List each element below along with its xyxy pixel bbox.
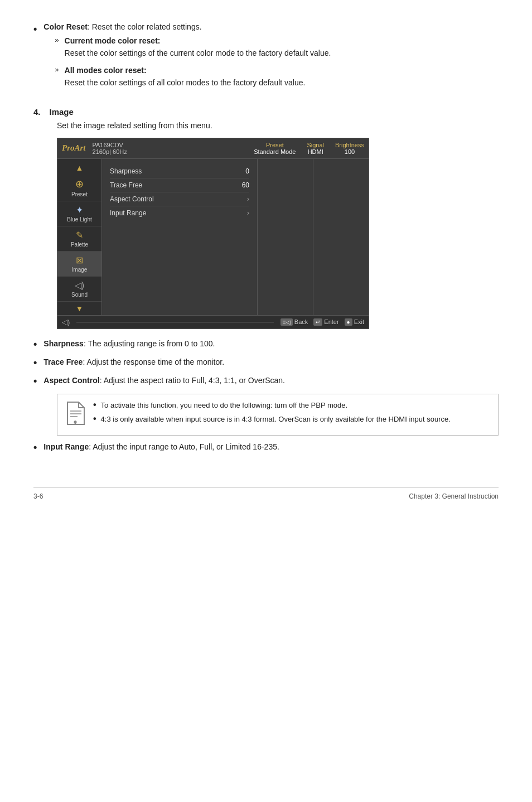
osd-exit-button[interactable]: ● Exit	[345, 318, 364, 326]
menu-item-sharpness: Sharpness 0	[110, 165, 249, 178]
osd-signal-header: Signal HDMI	[307, 142, 324, 155]
osd-enter-button[interactable]: ↵ Enter	[313, 318, 338, 326]
osd-footer: ◁) ≡◁ Back ↵ Enter ● Exit	[57, 315, 369, 328]
page-footer: 3-6 Chapter 3: General Instruction	[33, 487, 499, 500]
menu-item-inputrange-label: Input Range	[110, 209, 243, 217]
tracefree-dot: •	[33, 356, 37, 369]
note-box: • To activate this function, you need to…	[57, 394, 499, 436]
menu-item-aspectcontrol: Aspect Control ›	[110, 192, 249, 206]
color-reset-label: Color Reset: Reset the color related set…	[43, 22, 201, 31]
sidebar-item-sound[interactable]: ◁) Sound	[57, 277, 101, 302]
sound-icon: ◁)	[75, 280, 84, 291]
osd-right-panel2	[313, 159, 369, 315]
enter-icon: ↵	[313, 318, 322, 326]
menu-item-inputrange-arrow: ›	[247, 209, 249, 217]
osd-back-button[interactable]: ≡◁ Back	[280, 318, 308, 326]
osd-header-right: Preset Standard Mode Signal HDMI Brightn…	[254, 142, 364, 155]
osd-display: ProArt PA169CDV 2160p| 60Hz Preset Stand…	[57, 138, 369, 329]
bullet-dot: •	[33, 22, 37, 36]
back-icon: ≡◁	[280, 318, 293, 326]
exit-label: Exit	[354, 318, 364, 325]
sidebar-label-palette: Palette	[71, 241, 88, 248]
note-dot-2: •	[93, 414, 96, 424]
osd-body: ▲ ⊕ Preset ✦ Blue Light ✎ Palette ⊠ Imag…	[57, 159, 369, 315]
sidebar-item-image[interactable]: ⊠ Image	[57, 252, 101, 277]
osd-footer-sound-icon: ◁)	[62, 318, 70, 326]
tracefree-text: Trace Free: Adjust the response time of …	[43, 356, 224, 368]
sharpness-bullet: • Sharpness: The adjusting range is from…	[33, 338, 499, 351]
section-title: Image	[50, 107, 74, 117]
note-icon	[65, 401, 85, 429]
sub-bullet-1: »	[55, 35, 59, 46]
sub-list: » Current mode color reset: Reset the co…	[55, 35, 499, 89]
osd-arrow-down[interactable]: ▼	[74, 302, 86, 315]
section-number: 4.	[33, 107, 41, 117]
section-heading: 4. Image	[33, 107, 499, 117]
menu-item-tracefree: Trace Free 60	[110, 178, 249, 192]
preset-icon: ⊕	[75, 178, 84, 190]
osd-logo: ProArt	[62, 143, 86, 153]
after-bullets: • Sharpness: The adjusting range is from…	[33, 338, 499, 388]
palette-icon: ✎	[76, 230, 83, 240]
enter-label: Enter	[324, 318, 338, 325]
menu-item-aspectcontrol-arrow: ›	[247, 195, 249, 203]
osd-footer-line	[76, 322, 274, 322]
note-bullets: • To activate this function, you need to…	[93, 400, 490, 425]
sharpness-text: Sharpness: The adjusting range is from 0…	[43, 338, 215, 350]
osd-brightness-header: Brightness 100	[335, 142, 364, 155]
bullet-content: Color Reset: Reset the color related set…	[43, 22, 499, 94]
sub-content-2: All modes color reset: Reset the color s…	[65, 64, 306, 89]
color-reset-bullet: • Color Reset: Reset the color related s…	[33, 22, 499, 94]
osd-right-panel1	[257, 159, 313, 315]
menu-item-tracefree-value: 60	[233, 181, 249, 189]
aspectcontrol-text: Aspect Control: Adjust the aspect ratio …	[43, 375, 285, 386]
sub-item-current: » Current mode color reset: Reset the co…	[55, 35, 499, 60]
osd-sidebar: ▲ ⊕ Preset ✦ Blue Light ✎ Palette ⊠ Imag…	[57, 159, 102, 315]
osd-arrow-up[interactable]: ▲	[74, 161, 86, 175]
sidebar-label-sound: Sound	[71, 292, 88, 298]
tracefree-bullet: • Trace Free: Adjust the response time o…	[33, 356, 499, 369]
note-text-1: To activate this function, you need to d…	[101, 400, 348, 411]
note-text-2: 4:3 is only available when input source …	[101, 414, 451, 425]
osd-footer-buttons: ≡◁ Back ↵ Enter ● Exit	[280, 318, 364, 326]
sub-bullet-2: »	[55, 64, 59, 76]
menu-item-tracefree-label: Trace Free	[110, 181, 233, 189]
sidebar-label-preset: Preset	[71, 191, 88, 197]
back-label: Back	[294, 318, 308, 325]
section-desc: Set the image related setting from this …	[57, 121, 499, 130]
inputrange-dot: •	[33, 441, 37, 454]
osd-main-panel: Sharpness 0 Trace Free 60 Aspect Control…	[102, 159, 257, 315]
page-number: 3-6	[33, 492, 43, 500]
aspectcontrol-bullet: • Aspect Control: Adjust the aspect rati…	[33, 375, 499, 388]
osd-header: ProArt PA169CDV 2160p| 60Hz Preset Stand…	[57, 138, 369, 159]
menu-item-inputrange: Input Range ›	[110, 206, 249, 220]
inputrange-text: Input Range: Adjust the input range to A…	[43, 441, 279, 453]
sharpness-dot: •	[33, 338, 37, 351]
sidebar-label-bluelight: Blue Light	[67, 216, 91, 223]
sidebar-item-preset[interactable]: ⊕ Preset	[57, 175, 101, 201]
menu-item-aspectcontrol-label: Aspect Control	[110, 195, 243, 203]
sidebar-item-bluelight[interactable]: ✦ Blue Light	[57, 201, 101, 226]
inputrange-bullet: • Input Range: Adjust the input range to…	[33, 441, 499, 454]
menu-item-sharpness-value: 0	[233, 167, 249, 175]
image-icon: ⊠	[76, 255, 83, 265]
note-dot-1: •	[93, 400, 96, 410]
sidebar-label-image: Image	[72, 267, 88, 273]
sidebar-item-palette[interactable]: ✎ Palette	[57, 226, 101, 252]
note-bullet-1: • To activate this function, you need to…	[93, 400, 490, 411]
aspectcontrol-dot: •	[33, 375, 37, 388]
exit-icon: ●	[345, 318, 352, 326]
menu-item-sharpness-label: Sharpness	[110, 167, 233, 175]
osd-preset-header: Preset Standard Mode	[254, 142, 296, 155]
sub-item-all: » All modes color reset: Reset the color…	[55, 64, 499, 89]
osd-model: PA169CDV 2160p| 60Hz	[93, 142, 127, 155]
note-bullet-2: • 4:3 is only available when input sourc…	[93, 414, 490, 425]
chapter-label: Chapter 3: General Instruction	[409, 492, 499, 500]
bluelight-icon: ✦	[76, 205, 83, 215]
sub-content-1: Current mode color reset: Reset the colo…	[65, 35, 331, 60]
